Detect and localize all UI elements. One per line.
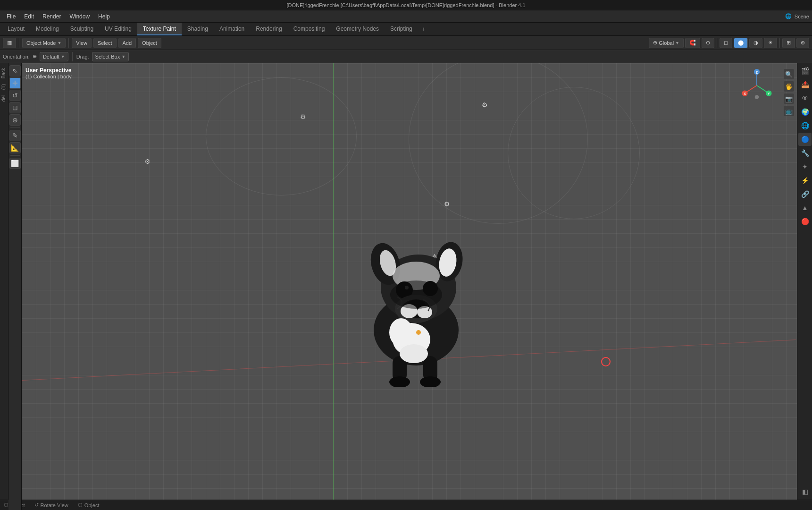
nav-gizmo[interactable]: Z X Y [740, 69, 773, 102]
wireframe-btn[interactable]: ◻ [720, 38, 732, 48]
snap-btn[interactable]: 🧲 [685, 38, 700, 48]
wireframe-icon: ◻ [724, 40, 728, 46]
scene-props-btn[interactable]: 🌍 [798, 105, 812, 119]
light-dot-1: ⚙ [300, 113, 308, 120]
menu-edit[interactable]: Edit [20, 12, 38, 21]
gizmos-btn[interactable]: ⊛ [796, 38, 809, 48]
world-props-btn[interactable]: 🌐 [798, 119, 812, 132]
selection-indicator [601, 357, 611, 366]
cursor-tool-btn[interactable]: ⇖ [9, 65, 21, 76]
viewport[interactable]: User Perspective (1) Collection | body ⚙… [22, 63, 797, 510]
overlays-btn[interactable]: ⊞ [782, 38, 795, 48]
transform-space-btn[interactable]: ⊕ Global ▼ [649, 38, 684, 48]
annotate-tool-btn[interactable]: ✎ [9, 130, 21, 141]
svg-point-24 [420, 376, 441, 387]
add-workspace-tab[interactable]: + [418, 23, 429, 35]
outliner-toggle-btn[interactable]: ◧ [798, 485, 812, 498]
viewport-zoom-btn[interactable]: 🔍 [784, 69, 794, 79]
move-icon: ✛ [12, 79, 18, 87]
dog-model [350, 207, 482, 387]
material-btn[interactable]: ◑ [749, 38, 762, 48]
scale-icon: ⊡ [12, 104, 18, 111]
separator-1 [19, 38, 19, 48]
light-dot-3: ⚙ [144, 158, 152, 165]
tab-animation[interactable]: Animation [214, 23, 250, 35]
svg-text:X: X [744, 92, 746, 95]
svg-point-25 [400, 344, 428, 363]
select-menu-btn[interactable]: Select [93, 38, 117, 48]
menu-file[interactable]: File [3, 12, 19, 21]
drag-dropdown[interactable]: Select Box ▼ [92, 52, 129, 61]
move-tool-btn[interactable]: ✛ [9, 77, 21, 89]
overlays-icon: ⊞ [787, 40, 791, 46]
rotate-tool-btn[interactable]: ↺ [9, 90, 21, 101]
particles-props-btn[interactable]: ✦ [798, 160, 812, 173]
menu-window[interactable]: Window [66, 12, 93, 21]
editor-type-btn[interactable]: ▦ [3, 38, 16, 48]
svg-point-15 [395, 295, 437, 323]
workspace-tabs: Layout Modeling Sculpting UV Editing Tex… [0, 23, 812, 36]
render-props-btn[interactable]: 🎬 [798, 64, 812, 77]
output-props-btn[interactable]: 📤 [798, 78, 812, 91]
svg-point-10 [377, 248, 398, 278]
viewport-resize-handle[interactable] [794, 63, 797, 510]
menu-bar: File Edit Render Window Help 🌐 Scene [0, 10, 812, 23]
light-dot-4: ⚙ [444, 200, 452, 208]
tab-geometry-nodes[interactable]: Geometry Nodes [330, 23, 385, 35]
svg-point-17 [407, 300, 426, 311]
magnet-icon: 🧲 [689, 40, 696, 46]
circle-guide-2 [409, 63, 588, 224]
measure-icon: 📐 [11, 144, 19, 152]
modifiers-props-btn[interactable]: 🔧 [798, 146, 812, 160]
edge-tab-item2[interactable]: (1) [0, 81, 8, 93]
scale-tool-btn[interactable]: ⊡ [9, 102, 21, 113]
view-menu-btn[interactable]: View [72, 38, 92, 48]
object-mode-label: Object Mode [26, 40, 56, 46]
object-props-btn[interactable]: 🔵 [798, 133, 812, 146]
status-rotate: ↺ Rotate View [34, 502, 68, 508]
measure-tool-btn[interactable]: 📐 [9, 142, 21, 153]
menu-render[interactable]: Render [39, 12, 65, 21]
tab-shading[interactable]: Shading [182, 23, 214, 35]
object-menu-btn[interactable]: Object [138, 38, 161, 48]
tab-modeling[interactable]: Modeling [30, 23, 65, 35]
solid-icon: ⬤ [738, 40, 744, 46]
viewport-display-btn[interactable]: 📺 [784, 106, 794, 116]
solid-btn[interactable]: ⬤ [734, 38, 748, 48]
tab-layout[interactable]: Layout [2, 23, 30, 35]
tab-uv-editing[interactable]: UV Editing [99, 23, 137, 35]
menu-help[interactable]: Help [94, 12, 114, 21]
header-right-cluster: ⊕ Global ▼ 🧲 ⊙ ◻ ⬤ ◑ ☀ ⊞ [649, 38, 809, 48]
collection-label: (1) Collection | body [25, 74, 72, 79]
edge-tab-item[interactable]: Back [0, 65, 8, 81]
tab-rendering[interactable]: Rendering [250, 23, 287, 35]
material-props-btn[interactable]: 🔴 [798, 215, 812, 228]
object-mode-btn[interactable]: Object Mode ▼ [22, 38, 66, 48]
tab-sculpting[interactable]: Sculpting [65, 23, 99, 35]
scene-icon: 🌐 [785, 13, 792, 19]
transform-tool-btn[interactable]: ⊕ [9, 114, 21, 126]
sep-orient [72, 52, 73, 61]
viewport-hand-btn[interactable]: 🖐 [784, 81, 794, 92]
tab-scripting[interactable]: Scripting [385, 23, 418, 35]
constraints-props-btn[interactable]: 🔗 [798, 187, 812, 201]
data-props-btn[interactable]: ▲ [798, 201, 812, 214]
edge-tab-item3[interactable]: del [0, 93, 8, 104]
svg-point-37 [755, 95, 759, 99]
tab-compositing[interactable]: Compositing [288, 23, 331, 35]
orientation-dropdown[interactable]: Default ▼ [40, 52, 68, 61]
add-cube-btn[interactable]: ⬜ [9, 158, 21, 169]
svg-rect-21 [393, 356, 407, 382]
svg-point-16 [402, 299, 430, 318]
rendered-btn[interactable]: ☀ [764, 38, 777, 48]
svg-point-27 [416, 330, 421, 335]
add-menu-btn[interactable]: Add [118, 38, 136, 48]
scene-label: Scene [795, 14, 809, 19]
physics-props-btn[interactable]: ⚡ [798, 174, 812, 187]
gizmos-icon: ⊛ [801, 40, 805, 46]
view-layer-props-btn[interactable]: 👁 [798, 92, 812, 105]
viewport-camera-btn[interactable]: 📷 [784, 94, 794, 104]
proportional-btn[interactable]: ⊙ [702, 38, 714, 48]
orientation-icon: ⊕ [33, 53, 37, 60]
tab-texture-paint[interactable]: Texture Paint [137, 23, 182, 35]
